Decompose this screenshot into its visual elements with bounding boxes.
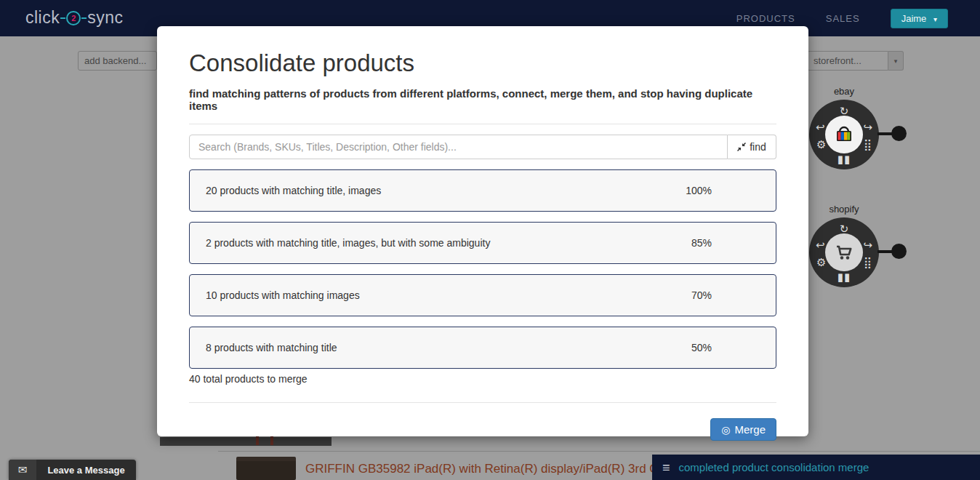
ebay-widget-label: ebay: [797, 86, 891, 97]
grid-icon[interactable]: ⣿: [864, 257, 872, 268]
compress-icon: [737, 143, 746, 151]
shopify-connector-endpoint[interactable]: [891, 244, 907, 259]
modal-footer-divider: [189, 402, 776, 403]
shopify-widget-label: shopify: [797, 204, 891, 215]
chevron-down-icon: ▾: [933, 15, 937, 23]
envelope-icon: ✉: [9, 460, 36, 480]
merge-button-label: Merge: [734, 423, 766, 436]
user-menu-button[interactable]: Jaime ▾: [891, 9, 948, 28]
pause-icon[interactable]: ▮▮: [838, 153, 851, 164]
logo-connector: [81, 17, 87, 19]
merge-target-icon: ◎: [721, 424, 730, 436]
match-percentage: 70%: [691, 289, 712, 301]
match-group-label: 8 products with matching title: [190, 342, 337, 353]
ebay-logo-icon[interactable]: [825, 116, 863, 153]
notification-text: completed product consolidation merge: [679, 461, 869, 473]
shopify-channel-widget[interactable]: shopify ↻ ↩ ↪ ⚙ ⣿ ▮▮: [797, 204, 891, 287]
refresh-icon[interactable]: ↻: [840, 105, 849, 116]
find-button-label: find: [750, 141, 766, 153]
merge-button[interactable]: ◎ Merge: [710, 418, 776, 441]
consolidate-products-modal: Consolidate products find matching patte…: [157, 26, 808, 436]
export-arrow-icon[interactable]: ↩: [816, 121, 825, 132]
user-name: Jaime: [901, 13, 927, 24]
modal-footer: ◎ Merge: [189, 418, 776, 441]
logo-number-badge: 2: [66, 11, 81, 25]
export-arrow-icon[interactable]: ↩: [816, 239, 825, 250]
match-percentage: 85%: [691, 237, 712, 249]
match-group-label: 2 products with matching title, images, …: [190, 237, 490, 249]
shopify-widget-ring: ↻ ↩ ↪ ⚙ ⣿ ▮▮: [809, 217, 879, 287]
match-percentage: 100%: [686, 185, 712, 196]
shopify-cart-icon[interactable]: [825, 233, 863, 271]
import-arrow-icon[interactable]: ↪: [863, 121, 872, 132]
match-group-row[interactable]: 2 products with matching title, images, …: [189, 222, 776, 264]
grid-icon[interactable]: ⣿: [864, 139, 872, 150]
ebay-channel-widget[interactable]: ebay ↻ ↩ ↪ ⚙ ⣿ ▮▮: [797, 86, 891, 169]
ebay-connector-endpoint[interactable]: [891, 126, 907, 141]
find-button[interactable]: find: [728, 135, 776, 159]
gear-icon[interactable]: ⚙: [816, 257, 826, 268]
modal-header-divider: [189, 124, 776, 124]
notification-bar[interactable]: ≡ completed product consolidation merge: [652, 455, 980, 480]
gear-icon[interactable]: ⚙: [816, 139, 826, 150]
app-logo[interactable]: click 2 sync: [25, 8, 124, 28]
match-group-row[interactable]: 10 products with matching images 70%: [189, 274, 776, 316]
total-products-label: 40 total products to merge: [189, 373, 776, 385]
list-icon: ≡: [662, 461, 670, 474]
pause-icon[interactable]: ▮▮: [838, 271, 851, 282]
screen: ▾ GRIFFIN GB35982 iPad(R) with Retina(R)…: [0, 0, 980, 480]
match-group-row[interactable]: 8 products with matching title 50%: [189, 327, 776, 369]
match-group-label: 20 products with matching title, images: [190, 185, 381, 196]
modal-title: Consolidate products: [189, 49, 776, 77]
refresh-icon[interactable]: ↻: [840, 223, 849, 234]
logo-connector: [60, 17, 65, 19]
match-group-row[interactable]: 20 products with matching title, images …: [189, 169, 776, 212]
leave-message-label: Leave a Message: [36, 465, 136, 476]
match-percentage: 50%: [691, 342, 712, 353]
logo-text-left: click: [25, 8, 60, 28]
logo-text-right: sync: [87, 8, 123, 28]
search-group: find: [189, 135, 776, 159]
search-input[interactable]: [189, 135, 728, 159]
nav-item-sales[interactable]: SALES: [826, 13, 860, 24]
import-arrow-icon[interactable]: ↪: [863, 239, 872, 250]
nav-item-products[interactable]: PRODUCTS: [736, 13, 795, 24]
leave-message-button[interactable]: ✉ Leave a Message: [9, 460, 136, 480]
match-group-label: 10 products with matching images: [190, 289, 360, 301]
modal-subtitle: find matching patterns of products from …: [189, 87, 776, 112]
ebay-widget-ring: ↻ ↩ ↪ ⚙ ⣿ ▮▮: [809, 100, 879, 169]
